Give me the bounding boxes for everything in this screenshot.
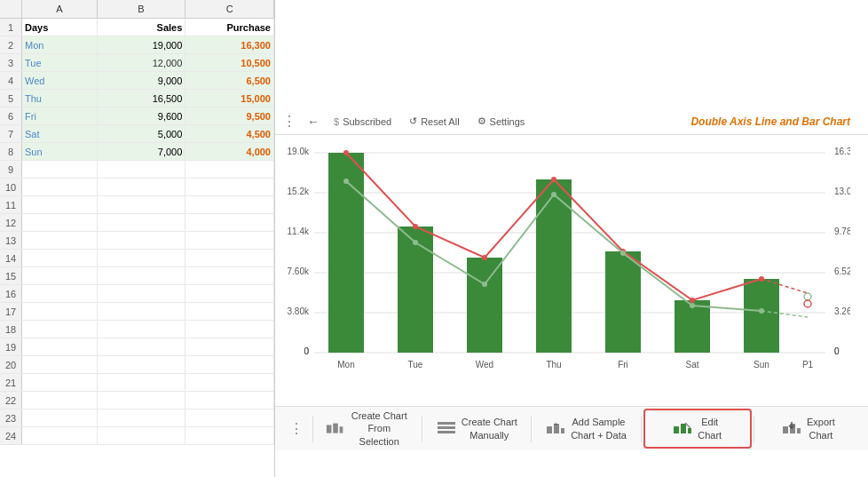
svg-text:+: + <box>554 421 558 428</box>
empty-row: 20 <box>0 356 274 374</box>
row-num-21: 21 <box>0 374 22 391</box>
toolbar-dots[interactable]: ⋮ <box>282 113 296 130</box>
svg-text:13.0k: 13.0k <box>834 187 850 196</box>
row-num-4: 4 <box>0 72 22 89</box>
edit-chart-icon <box>673 421 692 437</box>
cell-2b[interactable]: 19,000 <box>98 36 186 53</box>
empty-row: 12 <box>0 214 274 232</box>
cell-5a[interactable]: Thu <box>22 90 98 107</box>
row-num-14: 14 <box>0 250 22 266</box>
cell-4c[interactable]: 6,500 <box>185 72 274 89</box>
cell-5c[interactable]: 15,000 <box>185 90 274 107</box>
row-num-10: 10 <box>0 179 22 195</box>
settings-label: Settings <box>490 116 525 127</box>
create-chart-manually-icon <box>437 421 456 437</box>
row-num-9: 9 <box>0 161 22 178</box>
cell-2c[interactable]: 16,300 <box>185 36 274 53</box>
row-num-12: 12 <box>0 214 22 231</box>
cell-1b[interactable]: Sales <box>98 19 186 36</box>
cell-8a[interactable]: Sun <box>22 143 98 160</box>
chart-svg: 19.0k 15.2k 11.4k 7.60k 3.80k 0 16.3k 13… <box>284 144 850 384</box>
reset-label: Reset All <box>421 116 459 127</box>
svg-text:6.52k: 6.52k <box>834 266 850 276</box>
cell-3a[interactable]: Tue <box>22 54 98 71</box>
chart-toolbar: ⋮ ← $ Subscribed ↺ Reset All ⚙ Settings … <box>275 108 868 135</box>
create-chart-selection-btn[interactable]: Create Chart From Selection <box>315 404 420 453</box>
row-num-13: 13 <box>0 232 22 249</box>
divider-2 <box>422 416 422 442</box>
add-sample-btn[interactable]: + Add Sample Chart + Data <box>533 410 638 447</box>
col-header-a[interactable]: A <box>22 0 98 18</box>
row-num-8: 8 <box>0 143 22 160</box>
create-chart-manually-btn[interactable]: Create Chart Manually <box>424 410 529 447</box>
subscribed-btn[interactable]: $ Subscribed <box>330 115 395 129</box>
add-sample-text: Add Sample Chart + Data <box>571 416 627 441</box>
subscribed-icon: $ <box>334 116 339 127</box>
svg-rect-61 <box>790 424 795 433</box>
reset-icon: ↺ <box>409 115 417 127</box>
edit-chart-btn[interactable]: Edit Chart <box>643 409 752 449</box>
data-row: 4 Wed 9,000 6,500 <box>0 72 274 90</box>
row-num-spacer <box>0 0 22 18</box>
reset-all-btn[interactable]: ↺ Reset All <box>406 114 462 129</box>
svg-point-19 <box>413 224 418 229</box>
cell-5b[interactable]: 16,500 <box>98 90 186 107</box>
divider-1 <box>312 416 313 442</box>
settings-btn[interactable]: ⚙ Settings <box>474 114 529 129</box>
empty-row: 22 <box>0 392 274 409</box>
chart-container: 19.0k 15.2k 11.4k 7.60k 3.80k 0 16.3k 13… <box>275 135 868 406</box>
cell-4a[interactable]: Wed <box>22 72 98 89</box>
cell-6b[interactable]: 9,600 <box>98 107 186 124</box>
cell-6c[interactable]: 9,500 <box>185 107 274 124</box>
empty-rows: 9 10 11 12 13 14 <box>0 161 274 445</box>
empty-row: 10 <box>0 179 274 196</box>
cell-6a[interactable]: Fri <box>22 107 98 124</box>
row-num-3: 3 <box>0 54 22 71</box>
bar-sun <box>744 279 779 353</box>
svg-text:Fri: Fri <box>618 360 628 370</box>
row-num-24: 24 <box>0 427 22 444</box>
svg-point-29 <box>620 250 626 256</box>
svg-rect-56 <box>674 426 679 433</box>
row-num-2: 2 <box>0 36 22 53</box>
cell-4b[interactable]: 9,000 <box>98 72 186 89</box>
svg-text:P1: P1 <box>802 360 814 370</box>
row-num-19: 19 <box>0 338 22 355</box>
empty-row: 21 <box>0 374 274 392</box>
cell-3b[interactable]: 12,000 <box>98 54 186 71</box>
divider-5 <box>754 416 754 442</box>
data-row: 8 Sun 7,000 4,000 <box>0 143 274 161</box>
cell-2a[interactable]: Mon <box>22 36 98 53</box>
svg-point-35 <box>804 300 811 307</box>
empty-row: 17 <box>0 303 274 321</box>
empty-row: 13 <box>0 232 274 250</box>
cell-7c[interactable]: 4,500 <box>185 125 274 142</box>
bottom-dots[interactable]: ⋮ <box>282 420 311 437</box>
row-num-17: 17 <box>0 303 22 320</box>
empty-row: 18 <box>0 321 274 338</box>
col-header-c[interactable]: C <box>185 0 274 18</box>
cell-8c[interactable]: 4,000 <box>185 143 274 160</box>
cell-7a[interactable]: Sat <box>22 125 98 142</box>
create-chart-selection-icon <box>326 421 343 437</box>
svg-text:0: 0 <box>304 346 309 356</box>
svg-text:Sun: Sun <box>754 360 769 370</box>
svg-point-30 <box>690 303 695 308</box>
cell-7b[interactable]: 5,000 <box>98 125 186 142</box>
svg-point-28 <box>551 192 556 197</box>
cell-8b[interactable]: 7,000 <box>98 143 186 160</box>
svg-text:Mon: Mon <box>337 360 354 370</box>
cell-1a[interactable]: Days <box>22 19 98 36</box>
export-chart-btn[interactable]: Export Chart <box>756 410 861 447</box>
svg-text:3.26k: 3.26k <box>834 306 850 316</box>
bar-fri <box>605 251 641 353</box>
empty-row: 23 <box>0 409 274 427</box>
col-header-b[interactable]: B <box>98 0 186 18</box>
svg-point-20 <box>482 255 487 260</box>
add-sample-icon: + <box>546 421 565 437</box>
row-num-7: 7 <box>0 125 22 142</box>
toolbar-back[interactable]: ← <box>307 115 320 129</box>
svg-text:Thu: Thu <box>546 360 561 370</box>
cell-3c[interactable]: 10,500 <box>185 54 274 71</box>
cell-1c[interactable]: Purchase <box>185 19 274 36</box>
